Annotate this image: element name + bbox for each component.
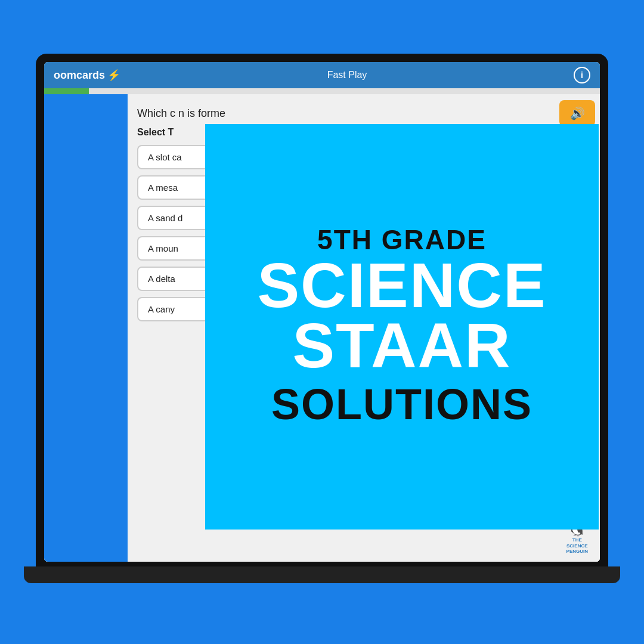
sound-button[interactable]: 🔊 [559,100,595,126]
main-content: Which c n is forme Select T A slot ca A … [128,94,534,562]
browser-toolbar: oomcards ⚡ Fast Play i [44,62,600,88]
laptop-base [24,566,620,583]
left-sidebar [44,94,128,562]
overlay-line2: STAAR [292,315,511,376]
browser-title: Fast Play [327,70,367,80]
laptop-screen-outer: oomcards ⚡ Fast Play i [36,54,608,566]
question-text: Which c n is forme [137,106,525,121]
page-wrapper: oomcards ⚡ Fast Play i [0,0,644,644]
browser-info-button[interactable]: i [574,67,590,83]
logo-text: oomcards [54,69,105,82]
overlay-solutions: SOLUTIONS [271,381,532,428]
speaker-icon: 🔊 [570,106,585,120]
watermark-text: THE SCIENCE PENGUIN [566,537,588,555]
progress-bar-container [44,88,600,94]
progress-bar-fill [44,88,89,94]
overlay-card: 5TH GRADE SCIENCE STAAR SOLUTIONS [205,124,599,530]
laptop-screen-inner: oomcards ⚡ Fast Play i [44,62,600,562]
browser-logo: oomcards ⚡ [54,69,120,82]
left-sidebar-blue-block [44,94,128,136]
laptop-container: oomcards ⚡ Fast Play i [36,54,608,590]
content-area: Which c n is forme Select T A slot ca A … [44,94,600,562]
logo-lightning-icon: ⚡ [107,69,120,82]
overlay-line1: SCIENCE [257,255,546,315]
